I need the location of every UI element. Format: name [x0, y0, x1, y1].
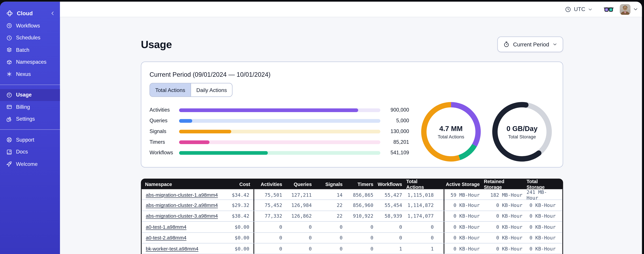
- schedules-icon: [6, 35, 12, 41]
- settings-icon: [6, 116, 12, 122]
- timezone-selector[interactable]: UTC: [565, 6, 593, 12]
- cell-namespace: abs-migration-cluster-1.a98mm4: [142, 189, 224, 201]
- billing-icon: [6, 104, 12, 110]
- column-header-workflows: Workflows: [378, 182, 406, 187]
- actions-tab-group: Total ActionsDaily Actions: [150, 83, 233, 97]
- sidebar-item-billing[interactable]: Billing: [0, 101, 60, 113]
- bar-track: [179, 140, 380, 144]
- support-icon: [6, 137, 12, 143]
- sidebar-item-schedules[interactable]: Schedules: [0, 32, 60, 44]
- cell-retained_storage: 0 KB-Hour: [484, 222, 526, 232]
- brand-label: Cloud: [17, 10, 33, 16]
- sidebar-item-label: Nexus: [16, 71, 31, 77]
- sidebar-item-batch[interactable]: Batch: [0, 44, 60, 56]
- namespace-link[interactable]: bk-worker-test.a98mm4: [146, 246, 198, 252]
- cell-signals: 14: [316, 189, 347, 201]
- bar-row-activities: Activities900,000: [150, 105, 409, 116]
- cell-queries: 0: [286, 232, 316, 243]
- bar-label: Activities: [150, 107, 179, 113]
- tab-total-actions[interactable]: Total Actions: [150, 83, 190, 96]
- sidebar-item-label: Support: [16, 137, 34, 143]
- bar-track: [179, 119, 380, 122]
- namespaces-icon: [6, 59, 12, 65]
- cell-timers: 0: [347, 244, 378, 254]
- sidebar-item-label: Schedules: [16, 35, 40, 41]
- cell-cost: $34.42: [224, 189, 254, 201]
- sidebar-item-settings[interactable]: Settings: [0, 113, 60, 125]
- bar-fill: [179, 140, 210, 144]
- bar-track: [179, 108, 380, 112]
- table-row: abs-migration-cluster-1.a98mm4$34.4275,5…: [142, 189, 562, 200]
- table-body: abs-migration-cluster-1.a98mm4$34.4275,5…: [141, 189, 563, 254]
- cell-workflows: 58,939: [378, 211, 406, 221]
- batch-icon: [6, 47, 12, 53]
- cell-signals: 0: [316, 244, 347, 254]
- cell-signals: 0: [316, 232, 347, 243]
- bar-value: 5,000: [380, 118, 409, 124]
- cell-active_storage: 0 KB-Hour: [444, 222, 484, 232]
- column-header-total_storage: Total Storage: [526, 178, 563, 190]
- nexus-icon: [6, 71, 12, 78]
- cell-namespace: a0-test-1.a98mm4: [142, 222, 224, 232]
- bar-row-timers: Timers85,201: [150, 137, 409, 148]
- column-header-queries: Queries: [286, 182, 316, 187]
- cell-queries: 126,984: [286, 200, 316, 210]
- sidebar-item-usage[interactable]: Usage: [0, 89, 60, 101]
- bar-fill: [179, 119, 192, 122]
- namespace-link[interactable]: a0-test-2.a98mm4: [146, 235, 186, 240]
- cell-active_storage: 0 KB-Hour: [444, 200, 484, 210]
- cell-timers: 910,922: [347, 211, 378, 221]
- cell-timers: 856,865: [347, 189, 378, 201]
- namespace-link[interactable]: abs-migration-cluster-3.a98mm4: [146, 213, 218, 219]
- cell-workflows: 0: [378, 232, 406, 243]
- sidebar-item-namespaces[interactable]: Namespaces: [0, 56, 60, 68]
- cell-active_storage: 0 KB-Hour: [444, 211, 484, 221]
- sidebar-item-label: Workflows: [16, 23, 40, 29]
- sidebar-item-docs[interactable]: Docs: [0, 146, 60, 158]
- column-header-namespace: Namespace: [141, 182, 224, 187]
- bar-label: Workflows: [150, 150, 179, 156]
- period-button-label: Current Period: [513, 41, 549, 48]
- namespace-link[interactable]: abs-migration-cluster-1.a98mm4: [146, 192, 218, 198]
- bar-fill: [179, 151, 268, 154]
- donut-charts: 4.7 MM Total Actions 0 GB/Day Total Stor…: [420, 101, 553, 163]
- table-row: abs-migration-cluster-2.a98mm4$29.3275,4…: [142, 200, 562, 211]
- cell-workflows: 55,454: [378, 200, 406, 210]
- cell-retained_storage: 0 KB-Hour: [484, 200, 526, 210]
- total-storage-label: Total Storage: [508, 134, 536, 139]
- tab-daily-actions[interactable]: Daily Actions: [190, 83, 232, 96]
- sidebar-item-support[interactable]: Support: [0, 134, 60, 146]
- cell-workflows: 55,427: [378, 189, 406, 201]
- sidebar-item-label: Batch: [16, 47, 30, 53]
- cell-signals: 0: [316, 222, 347, 232]
- avatar[interactable]: [620, 4, 630, 14]
- cell-timers: 0: [347, 222, 378, 232]
- bar-fill: [179, 108, 358, 112]
- namespace-link[interactable]: abs-migration-cluster-2.a98mm4: [146, 202, 218, 208]
- sidebar-collapse-button[interactable]: [50, 10, 56, 16]
- docs-icon: [6, 149, 12, 155]
- glasses-icon[interactable]: [604, 6, 614, 12]
- cell-activities: 0: [254, 222, 286, 232]
- column-header-cost: Cost: [224, 182, 254, 187]
- cell-activities: 75,452: [254, 200, 286, 210]
- account-menu-chevron-icon[interactable]: [633, 6, 638, 12]
- column-header-retained_storage: Retained Storage: [484, 178, 526, 190]
- namespace-link[interactable]: a0-test-1.a98mm4: [146, 224, 186, 230]
- sidebar-item-nexus[interactable]: Nexus: [0, 68, 60, 80]
- bar-label: Timers: [150, 139, 179, 145]
- namespace-usage-table: NamespaceCostActivitiesQueriesSignalsTim…: [141, 178, 563, 254]
- sidebar-item-workflows[interactable]: Workflows: [0, 20, 60, 32]
- column-header-timers: Timers: [347, 182, 378, 187]
- bar-row-signals: Signals130,000: [150, 126, 409, 137]
- page-header: Usage Current Period: [141, 36, 563, 52]
- cell-total_storage: 0 KB-Hour: [526, 200, 562, 210]
- page-title: Usage: [141, 38, 172, 50]
- period-selector-button[interactable]: Current Period: [498, 36, 563, 52]
- sidebar-item-welcome[interactable]: Welcome: [0, 158, 60, 170]
- table-row: bk-worker-test.a98mm4$0.000000110 KB-Hou…: [142, 244, 562, 254]
- content: Usage Current Period Current Period (09/…: [60, 17, 642, 254]
- cell-cost: $29.32: [224, 200, 254, 210]
- clock-icon: [565, 6, 572, 12]
- cell-retained_storage: 0 KB-Hour: [484, 244, 526, 254]
